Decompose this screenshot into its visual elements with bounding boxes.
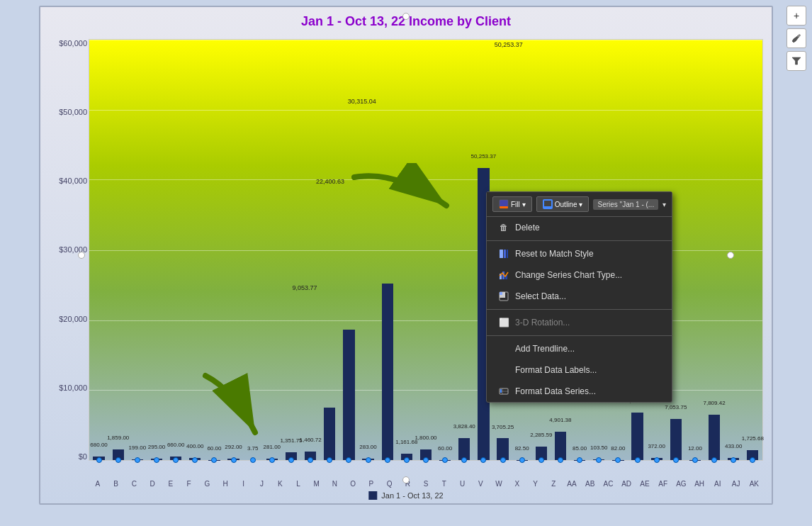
add-element-button[interactable]: + — [786, 6, 806, 26]
bar-dot-4 — [173, 457, 179, 463]
bar-24[interactable] — [555, 432, 566, 460]
menu-item-format-data-labels[interactable]: Format Data Labels... — [487, 359, 672, 381]
bar-group-7: 292.00 — [224, 40, 243, 460]
bar-14[interactable] — [362, 459, 373, 460]
x-label-AA: AA — [563, 480, 581, 488]
bar-34[interactable] — [747, 450, 758, 460]
x-axis-labels: ABCDEFGHIJKLMNOPQRSTUVWXYZAAABACADAEAFAG… — [89, 476, 763, 491]
x-label-K: K — [271, 480, 289, 488]
bar-dot-2 — [135, 457, 140, 463]
bar-dot-14 — [366, 457, 371, 463]
bar-29[interactable] — [651, 458, 662, 460]
x-label-AJ: AJ — [727, 480, 745, 488]
x-label-P: P — [362, 480, 380, 488]
svg-rect-15 — [500, 292, 502, 295]
filter-button[interactable] — [786, 51, 806, 71]
menu-item-select-data[interactable]: Select Data... — [487, 286, 672, 307]
resize-handle-left[interactable] — [78, 252, 85, 259]
bar-33[interactable] — [728, 458, 739, 460]
series-dropdown-arrow[interactable]: ▾ — [662, 201, 666, 208]
bar-group-9: 281.00 — [262, 40, 281, 460]
bar-26[interactable] — [593, 459, 604, 460]
bar-group-12 — [320, 40, 339, 460]
bar-15[interactable] — [382, 284, 393, 460]
x-label-Z: Z — [544, 480, 563, 488]
menu-item-reset-label: Reset to Match Style — [515, 249, 594, 259]
x-label-H: H — [216, 480, 235, 488]
bar-0[interactable] — [93, 457, 104, 460]
bar-13[interactable] — [343, 330, 354, 460]
x-label-M: M — [308, 480, 326, 488]
resize-handle-bottom[interactable] — [402, 476, 410, 483]
legend-label: Jan 1 - Oct 13, 22 — [381, 491, 443, 500]
x-label-AD: AD — [617, 480, 636, 488]
bar-28[interactable] — [631, 413, 643, 460]
bar-value-label-19: 3,828.40 — [453, 423, 475, 430]
bar-4[interactable] — [170, 457, 181, 460]
bar-value-label-20: 50,253.37 — [471, 153, 497, 160]
bar-dot-29 — [654, 457, 660, 463]
bar-dot-0 — [96, 457, 102, 463]
chart-title: Jan 1 - Oct 13, 22 Income by Client — [40, 7, 772, 33]
menu-item-change-series-label: Change Series Chart Type... — [515, 270, 622, 280]
menu-item-format-data-series[interactable]: Format Data Series... — [487, 381, 672, 402]
bar-10[interactable] — [286, 452, 297, 460]
x-label-V: V — [471, 480, 490, 488]
resize-handle-top[interactable] — [402, 13, 410, 20]
bar-7[interactable] — [227, 459, 239, 460]
bar-dot-30 — [673, 457, 679, 463]
bar-value-label-24: 4,901.38 — [549, 417, 571, 423]
fill-dropdown-arrow: ▾ — [522, 201, 526, 208]
bar-2[interactable] — [132, 459, 143, 460]
y-label-10k: $10,000 — [59, 384, 90, 392]
menu-item-change-series[interactable]: Change Series Chart Type... — [487, 264, 672, 286]
bar-value-label-33: 433.00 — [725, 443, 742, 449]
x-label-AF: AF — [654, 480, 672, 488]
bar-value-label-14: 283.00 — [359, 444, 376, 450]
y-label-40k: $40,000 — [59, 177, 90, 185]
y-label-60k: $60,000 — [59, 39, 90, 47]
bar-17[interactable] — [420, 449, 432, 460]
bar-group-13 — [339, 40, 359, 460]
bar-dot-21 — [500, 457, 506, 463]
context-menu-header: Fill ▾ Outline ▾ Series "Jan 1 - (... ▾ — [487, 192, 672, 217]
menu-item-3d-label: 3-D Rotation... — [515, 318, 570, 328]
select-data-svg-icon — [499, 291, 509, 301]
outline-dropdown-arrow: ▾ — [579, 201, 582, 208]
bar-19[interactable] — [458, 438, 470, 461]
bar-16[interactable] — [401, 454, 412, 460]
bar-3[interactable] — [151, 459, 162, 460]
outline-button[interactable]: Outline ▾ — [536, 196, 590, 212]
bar-value-label-25: 85.00 — [573, 445, 587, 452]
bar-value-label-22: 82.50 — [515, 445, 529, 452]
menu-item-reset[interactable]: Reset to Match Style — [487, 243, 672, 264]
bar-11[interactable] — [305, 452, 316, 460]
bar-dot-17 — [423, 457, 429, 463]
fill-label: Fill — [511, 201, 520, 208]
bar-23[interactable] — [536, 447, 547, 460]
x-label-Q: Q — [380, 480, 399, 488]
bar-value-label-17: 1,800.00 — [415, 435, 436, 441]
bar-1[interactable] — [113, 449, 124, 460]
menu-item-delete[interactable]: 🗑 Delete — [487, 217, 672, 238]
bar-group-34: 1,725.68 — [743, 40, 762, 460]
x-label-W: W — [490, 480, 508, 488]
bar-30[interactable] — [670, 419, 682, 460]
bar-12[interactable] — [324, 408, 335, 460]
format-button[interactable] — [786, 28, 806, 48]
menu-item-add-trendline[interactable]: Add Trendline... — [487, 338, 672, 359]
bar-9[interactable] — [266, 459, 278, 460]
svg-rect-10 — [507, 250, 508, 258]
svg-rect-8 — [500, 250, 503, 258]
bar-dot-20 — [480, 457, 486, 463]
fill-button[interactable]: Fill ▾ — [492, 196, 532, 212]
x-label-B: B — [107, 480, 125, 488]
resize-handle-right[interactable] — [727, 252, 734, 259]
bar-group-10: 1,351.75 — [281, 40, 300, 460]
bar-21[interactable] — [497, 438, 508, 460]
x-label-D: D — [143, 480, 162, 488]
bar-5[interactable] — [189, 458, 201, 460]
bar-dot-13 — [346, 457, 351, 463]
bar-32[interactable] — [709, 415, 720, 460]
menu-separator-2 — [487, 309, 672, 310]
